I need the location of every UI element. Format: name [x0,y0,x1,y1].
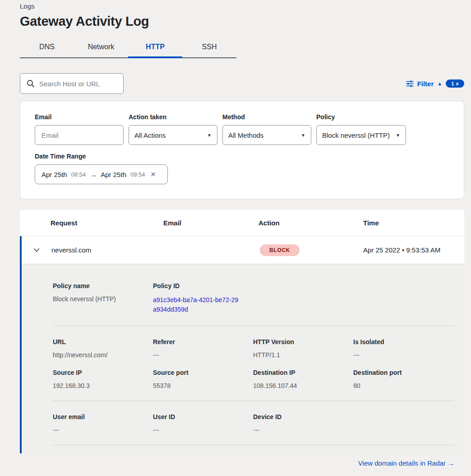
detail-field-dest-port: Destination port 80 [353,369,454,389]
chevron-down-icon: ▼ [301,133,305,138]
detail-field-policy-name: Policy name Block neverssl (HTTP) [53,282,153,314]
policy-field: Policy Block neverssl (HTTP) ▼ [316,113,406,145]
detail-field-is-isolated: Is Isolated --- [353,338,454,359]
is-isolated-value: --- [353,351,454,359]
arrow-right-icon: → [448,459,454,467]
date-end-time: 09:54 [130,171,145,178]
policy-label: Policy [316,113,406,121]
column-header-email: Email [163,219,259,227]
detail-field-policy-id: Policy ID a91c3eb4-ba7a-4201-be72-29a934… [153,282,253,314]
email-filter-field: Email [35,113,124,145]
filter-panel: Email Action taken All Actions ▼ Method … [20,101,464,199]
user-email-label: User email [53,413,153,420]
referer-label: Referer [153,338,253,345]
user-id-label: User ID [153,413,253,420]
tab-http[interactable]: HTTP [128,38,182,58]
policy-name-value: Block neverssl (HTTP) [53,295,153,303]
is-isolated-label: Is Isolated [353,338,454,345]
chevron-down-icon: ▼ [396,133,400,138]
chevron-down-icon: ▼ [207,133,212,138]
action-taken-label: Action taken [129,113,217,121]
date-range-label: Date Time Range [35,153,449,160]
policy-name-label: Policy name [53,282,153,289]
search-input[interactable] [38,79,115,88]
user-email-value: --- [53,426,153,434]
detail-field-referer: Referer --- [153,338,253,359]
source-ip-label: Source IP [53,369,153,376]
method-select[interactable]: All Methods ▼ [222,125,311,145]
log-table: Request Email Action Time neverssl.com B… [20,210,464,453]
source-ip-value: 192.168.30.3 [53,382,153,389]
policy-select[interactable]: Block neverssl (HTTP) ▼ [316,125,406,145]
email-filter-input[interactable] [41,131,118,140]
radar-link[interactable]: View domain details in Radar → [358,459,454,467]
tab-dns[interactable]: DNS [20,38,74,58]
filter-count-badge[interactable]: 1 x [446,79,464,88]
detail-field-device-id: Device ID --- [253,413,353,434]
date-range-input[interactable]: Apr 25th 08:54 → Apr 25th 09:54 ✕ [35,164,168,184]
divider [53,445,454,445]
email-filter-label: Email [35,113,124,121]
clear-date-icon[interactable]: ✕ [151,171,156,178]
chevron-down-icon[interactable] [33,248,40,252]
action-taken-field: Action taken All Actions ▼ [129,113,217,145]
device-id-value: --- [253,426,353,434]
column-header-request: Request [51,219,163,227]
date-range-field: Date Time Range Apr 25th 08:54 → Apr 25t… [35,153,449,184]
filter-collapse-caret-icon[interactable]: ▲ [437,81,442,86]
detail-field-source-port: Source port 55378 [153,369,253,389]
policy-id-label: Policy ID [153,282,253,289]
policy-id-link[interactable]: a91c3eb4-ba7a-4201-be72-29a934dd359d [153,295,241,314]
destination-ip-label: Destination IP [253,369,353,376]
filter-controls: Filter ▲ 1 x [406,79,464,88]
method-value: All Methods [228,131,263,139]
breadcrumb[interactable]: Logs [20,0,471,10]
url-label: URL [53,338,153,345]
search-box [20,73,124,94]
page-title: Gateway Activity Log [20,14,471,29]
policy-value: Block neverssl (HTTP) [322,131,390,139]
table-header-row: Request Email Action Time [20,210,464,236]
detail-field-url: URL http://neverssl.com/ [53,338,153,359]
user-id-value: --- [153,426,253,434]
source-port-label: Source port [153,369,253,376]
details-panel: Policy name Block neverssl (HTTP) Policy… [22,264,464,453]
url-value: http://neverssl.com/ [53,351,153,359]
date-start-time: 08:54 [71,171,86,178]
destination-port-value: 80 [353,382,454,389]
search-icon [27,79,35,88]
filter-button[interactable]: Filter [417,80,434,88]
tab-network[interactable]: Network [74,38,128,58]
expanded-row-container: neverssl.com BLOCK Apr 25 2022 • 9:53:53… [20,236,464,453]
method-field: Method All Methods ▼ [222,113,311,145]
referer-value: --- [153,351,253,359]
table-row[interactable]: neverssl.com BLOCK Apr 25 2022 • 9:53:53… [22,236,464,264]
detail-field-http-version: HTTP Version HTTP/1.1 [253,338,353,359]
detail-field-dest-ip: Destination IP 108.156.107.44 [253,369,353,389]
detail-field-user-email: User email --- [53,413,153,434]
tab-bar: DNS Network HTTP SSH [20,38,236,58]
destination-ip-value: 108.156.107.44 [253,382,353,389]
source-port-value: 55378 [153,382,253,389]
date-start: Apr 25th [42,171,67,178]
detail-field-source-ip: Source IP 192.168.30.3 [53,369,153,389]
block-status-badge: BLOCK [260,244,300,256]
http-version-label: HTTP Version [253,338,353,345]
date-end: Apr 25th [101,171,126,178]
method-label: Method [222,113,311,121]
filter-icon [406,80,414,87]
action-taken-value: All Actions [134,131,166,139]
device-id-label: Device ID [253,413,353,420]
row-time: Apr 25 2022 • 9:53:53 AM [363,246,464,254]
column-header-time: Time [363,219,464,227]
request-host: neverssl.com [51,246,163,254]
radar-link-label: View domain details in Radar [358,459,446,467]
action-taken-select[interactable]: All Actions ▼ [129,125,217,145]
http-version-value: HTTP/1.1 [253,351,353,359]
destination-port-label: Destination port [353,369,454,376]
tab-ssh[interactable]: SSH [182,38,236,58]
detail-field-user-id: User ID --- [153,413,253,434]
column-header-action: Action [259,219,363,227]
arrow-right-icon: → [90,171,97,178]
